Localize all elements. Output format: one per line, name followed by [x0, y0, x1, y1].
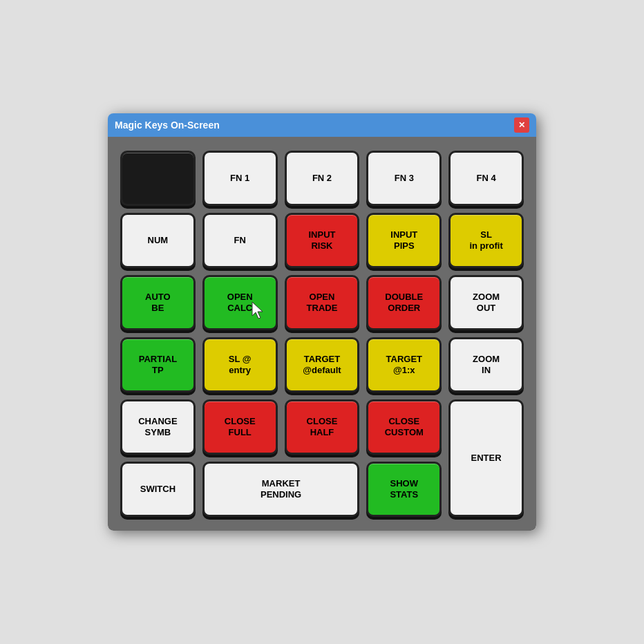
- keyboard-body: FN 1 FN 2 FN 3 FN 4 NUM FN INPUTRISK INP…: [108, 137, 536, 531]
- main-window: Magic Keys On-Screen ✕ FN 1 FN 2 FN 3 FN…: [108, 113, 536, 531]
- window-title: Magic Keys On-Screen: [115, 120, 220, 131]
- key-sl-entry[interactable]: SL @entry: [202, 337, 278, 392]
- key-fn2[interactable]: FN 2: [285, 151, 360, 206]
- key-fn4[interactable]: FN 4: [448, 151, 524, 206]
- key-switch[interactable]: SWITCH: [120, 462, 196, 517]
- key-close-full[interactable]: CLOSEFULL: [202, 399, 278, 455]
- key-input-risk[interactable]: INPUTRISK: [285, 213, 360, 268]
- svg-marker-0: [252, 302, 263, 319]
- key-target-default[interactable]: TARGET@default: [285, 337, 360, 392]
- key-sl-in-profit[interactable]: SLin profit: [448, 213, 524, 268]
- key-enter[interactable]: ENTER: [448, 399, 524, 517]
- key-show-stats[interactable]: SHOWSTATS: [366, 462, 442, 517]
- key-close-custom[interactable]: CLOSECUSTOM: [366, 399, 442, 455]
- key-change-symb[interactable]: CHANGESYMB: [120, 399, 196, 455]
- key-close-half[interactable]: CLOSEHALF: [285, 399, 360, 455]
- key-num[interactable]: NUM: [120, 213, 196, 268]
- key-double-order[interactable]: DOUBLEORDER: [366, 275, 442, 330]
- key-grid: FN 1 FN 2 FN 3 FN 4 NUM FN INPUTRISK INP…: [120, 151, 524, 517]
- key-zoom-in[interactable]: ZOOMIN: [448, 337, 524, 392]
- cursor-icon: [248, 299, 270, 324]
- key-target-1x[interactable]: TARGET@1:x: [366, 337, 442, 392]
- key-auto-be[interactable]: AUTOBE: [120, 275, 196, 330]
- key-open-trade[interactable]: OPENTRADE: [285, 275, 360, 330]
- key-blank[interactable]: [120, 151, 196, 206]
- key-fn3[interactable]: FN 3: [366, 151, 442, 206]
- key-market-pending[interactable]: MARKETPENDING: [202, 462, 360, 517]
- key-fn1[interactable]: FN 1: [202, 151, 278, 206]
- key-partial-tp[interactable]: PARTIALTP: [120, 337, 196, 392]
- key-open-calc[interactable]: OPENCALC: [202, 275, 278, 330]
- close-button[interactable]: ✕: [514, 117, 529, 133]
- key-zoom-out[interactable]: ZOOMOUT: [448, 275, 524, 330]
- titlebar: Magic Keys On-Screen ✕: [108, 113, 536, 137]
- key-fn[interactable]: FN: [202, 213, 278, 268]
- key-input-pips[interactable]: INPUTPIPS: [366, 213, 442, 268]
